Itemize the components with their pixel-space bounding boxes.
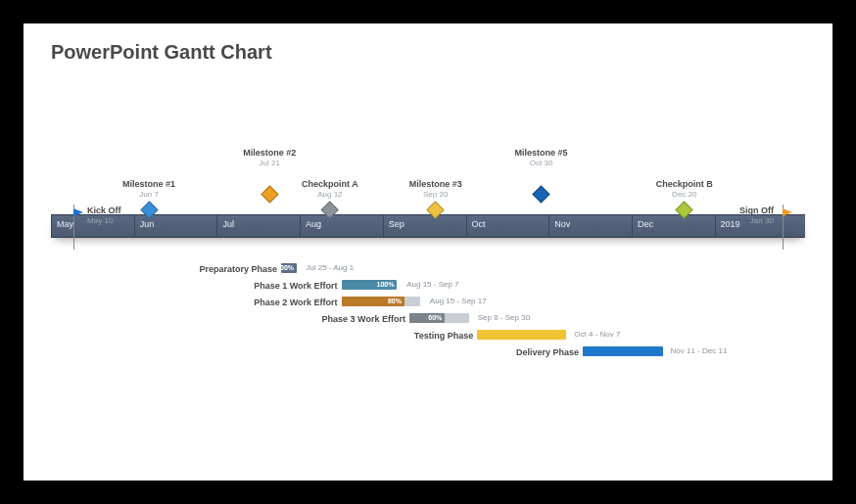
timeline-axis: May Jun Jul Aug Sep Oct Nov Dec 2019 — [51, 214, 805, 238]
milestone-date: Jun 7 — [122, 191, 175, 200]
task-bar: 100% — [342, 280, 398, 290]
task-pct: 80% — [388, 297, 402, 306]
diamond-icon — [426, 201, 444, 218]
milestone-date: Dec 20 — [656, 191, 713, 200]
milestone-kickoff: Kick Off May 10 — [73, 208, 83, 216]
chart-title: PowerPoint Gantt Chart — [51, 41, 805, 64]
axis-tick: Aug — [300, 215, 326, 237]
milestone-date: Aug 12 — [302, 191, 358, 200]
milestone-date: Jan 30 — [739, 217, 774, 226]
milestone-label: Checkpoint A — [302, 180, 358, 190]
axis-tick: Nov — [548, 215, 575, 237]
diamond-icon — [140, 201, 158, 218]
task-bar: 80% — [342, 297, 404, 306]
checkpoint-b: Checkpoint B Dec 20 — [656, 180, 713, 216]
task-label: Delivery Phase — [51, 347, 583, 357]
gantt-chart-slide: PowerPoint Gantt Chart May Jun Jul Aug S… — [24, 23, 832, 481]
flag-icon — [783, 208, 792, 216]
task-label: Phase 3 Work Effort — [51, 314, 409, 324]
task-row: Testing Phase Oct 4 - Nov 7 — [51, 328, 805, 343]
task-dates: Sep 8 - Sep 30 — [472, 313, 530, 322]
axis-tick: Oct — [466, 215, 491, 237]
task-pct: 60% — [428, 313, 442, 323]
diamond-icon — [532, 185, 549, 203]
task-dates: Oct 4 - Nov 7 — [568, 330, 620, 339]
milestone-date: Sep 20 — [409, 191, 462, 200]
milestone-2: Milestone #2 Jul 21 — [243, 149, 296, 201]
milestone-3: Milestone #3 Sep 20 — [409, 180, 462, 216]
diamond-icon — [321, 201, 339, 218]
task-row: Phase 1 Work Effort 100% Aug 15 - Sep 7 — [51, 278, 805, 293]
milestone-date: May 10 — [87, 217, 121, 226]
task-row: Phase 2 Work Effort 80% Aug 15 - Sep 17 — [51, 295, 805, 309]
task-dates: Jul 25 - Aug 1 — [300, 263, 354, 272]
axis-tick: Sep — [383, 215, 409, 237]
task-bar: 60% — [409, 313, 445, 323]
milestone-date: Oct 30 — [514, 160, 567, 168]
milestone-signoff: Sign Off Jan 30 — [783, 208, 792, 216]
task-dates: Nov 11 - Dec 11 — [665, 346, 728, 355]
milestone-date: Jul 21 — [243, 160, 296, 168]
milestone-label: Milestone #1 — [122, 180, 175, 190]
axis-tick: Dec — [632, 215, 658, 237]
task-dates: Aug 15 - Sep 17 — [424, 297, 487, 305]
task-bar — [583, 346, 663, 356]
task-label: Testing Phase — [51, 331, 477, 341]
diamond-icon — [261, 185, 278, 203]
flag-icon — [73, 208, 83, 216]
task-dates: Aug 15 - Sep 7 — [401, 280, 458, 289]
checkpoint-a: Checkpoint A Aug 12 — [302, 180, 358, 216]
diamond-icon — [676, 201, 693, 218]
task-bar: 100% — [281, 263, 297, 273]
task-row: Phase 3 Work Effort 60% Sep 8 - Sep 30 — [51, 311, 805, 326]
task-label: Preparatory Phase — [51, 264, 281, 274]
task-row: Preparatory Phase 100% Jul 25 - Aug 1 — [51, 261, 805, 276]
milestone-label: Milestone #5 — [514, 149, 567, 159]
axis-tick: Jun — [134, 215, 160, 237]
milestone-label: Milestone #2 — [243, 149, 296, 159]
milestone-label: Checkpoint B — [656, 180, 713, 190]
milestone-label: Kick Off — [87, 206, 121, 216]
milestone-label: Sign Off — [739, 206, 774, 216]
task-pct: 100% — [376, 280, 394, 290]
task-label: Phase 2 Work Effort — [51, 298, 342, 307]
axis-tick: Jul — [216, 215, 239, 237]
timeline: May Jun Jul Aug Sep Oct Nov Dec 2019 Kic… — [51, 113, 805, 250]
task-label: Phase 1 Work Effort — [51, 281, 342, 291]
task-pct: 100% — [276, 263, 294, 273]
milestone-5: Milestone #5 Oct 30 — [514, 149, 567, 201]
milestone-1: Milestone #1 Jun 7 — [122, 180, 175, 216]
task-bar — [477, 330, 565, 340]
gantt-tasks: Preparatory Phase 100% Jul 25 - Aug 1 Ph… — [51, 261, 805, 359]
task-row: Delivery Phase Nov 11 - Dec 11 — [51, 344, 805, 359]
milestone-label: Milestone #3 — [409, 180, 462, 190]
